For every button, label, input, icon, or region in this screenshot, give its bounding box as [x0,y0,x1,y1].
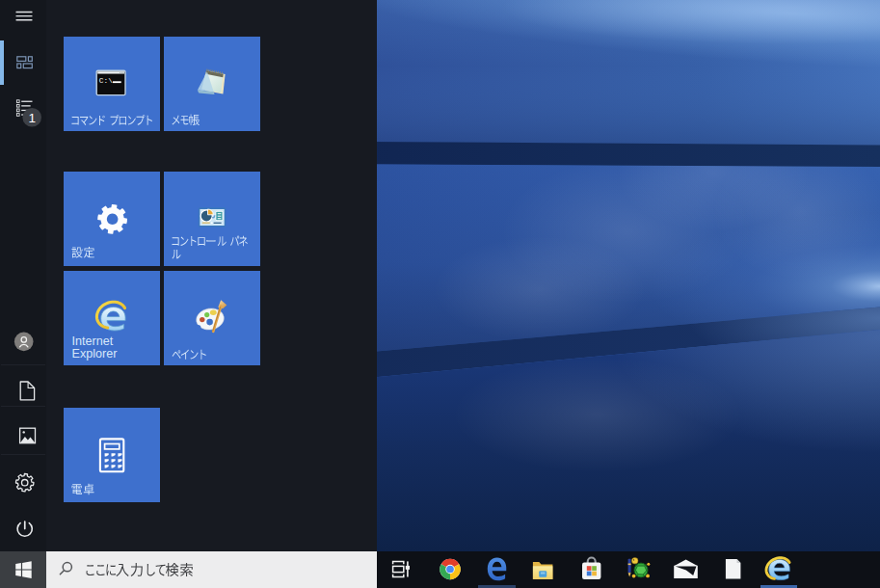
svg-text:1: 1 [28,111,36,125]
svg-text:C:\: C:\ [99,77,113,85]
svg-text:Internet: Internet [72,334,114,348]
svg-text:Explorer: Explorer [72,347,118,361]
